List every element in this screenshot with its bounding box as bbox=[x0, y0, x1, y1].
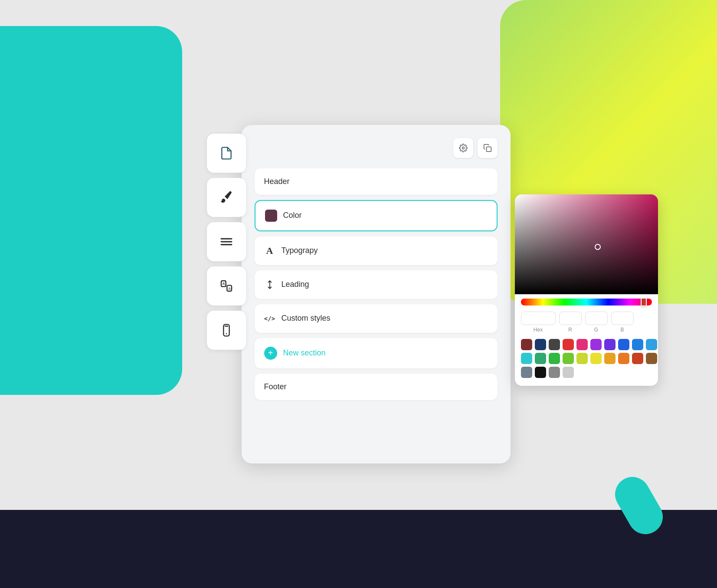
gear-icon bbox=[459, 144, 468, 152]
color-swatch-item[interactable] bbox=[646, 339, 657, 350]
r-label: R bbox=[568, 327, 572, 333]
copy-button[interactable] bbox=[478, 138, 498, 158]
color-swatch bbox=[265, 210, 277, 222]
leading-icon bbox=[265, 280, 275, 289]
color-gradient[interactable] bbox=[515, 194, 658, 294]
b-field: 70 B bbox=[611, 312, 634, 333]
custom-styles-label: Custom styles bbox=[282, 314, 331, 323]
teal-background bbox=[0, 26, 182, 395]
hex-input[interactable]: 5C3546 bbox=[521, 312, 556, 325]
sidebar-item-menu[interactable] bbox=[207, 222, 246, 261]
typography-icon: A bbox=[266, 245, 273, 256]
color-swatch-item[interactable] bbox=[604, 339, 616, 350]
main-container: A あ bbox=[207, 125, 511, 463]
b-label: B bbox=[620, 327, 624, 333]
color-picker-popup: 5C3546 Hex 92 R 53 G 70 B bbox=[515, 194, 658, 386]
svg-rect-11 bbox=[486, 147, 491, 151]
svg-point-10 bbox=[462, 147, 464, 149]
sidebar-item-brush[interactable] bbox=[207, 178, 246, 217]
custom-styles-section[interactable]: </> Custom styles bbox=[255, 304, 498, 333]
leading-section[interactable]: Leading bbox=[255, 270, 498, 299]
main-panel: Header Color A Typograpy Leading bbox=[242, 125, 511, 463]
brush-icon bbox=[219, 191, 233, 204]
hex-label: Hex bbox=[534, 327, 543, 333]
copy-icon bbox=[483, 144, 492, 152]
menu-icon bbox=[219, 235, 233, 249]
svg-point-8 bbox=[226, 333, 227, 334]
g-label: G bbox=[594, 327, 598, 333]
sidebar-item-translate[interactable]: A あ bbox=[207, 266, 246, 305]
hue-thumb bbox=[641, 298, 647, 306]
color-swatch-item[interactable] bbox=[590, 353, 602, 364]
typography-label: Typograpy bbox=[282, 246, 318, 255]
hue-slider[interactable] bbox=[521, 299, 652, 305]
color-swatch-item[interactable] bbox=[646, 353, 657, 364]
header-section[interactable]: Header bbox=[255, 168, 498, 195]
color-swatch-item[interactable] bbox=[618, 339, 629, 350]
plus-icon: + bbox=[264, 347, 277, 360]
leading-label: Leading bbox=[282, 280, 309, 289]
panel-toolbar bbox=[255, 138, 498, 158]
hex-field: 5C3546 Hex bbox=[521, 312, 556, 333]
r-input[interactable]: 92 bbox=[559, 312, 582, 325]
leading-icon-wrap bbox=[264, 279, 275, 290]
color-swatch-item[interactable] bbox=[549, 353, 560, 364]
color-swatch-item[interactable] bbox=[632, 339, 643, 350]
color-swatch-item[interactable] bbox=[521, 367, 532, 378]
color-swatch-item[interactable] bbox=[535, 367, 546, 378]
mobile-icon bbox=[219, 323, 233, 337]
swatches-grid bbox=[521, 339, 652, 378]
g-input[interactable]: 53 bbox=[585, 312, 608, 325]
color-swatch-item[interactable] bbox=[576, 353, 588, 364]
picker-values: 5C3546 Hex 92 R 53 G 70 B bbox=[521, 312, 652, 333]
color-swatch-item[interactable] bbox=[618, 353, 629, 364]
typography-icon-wrap: A bbox=[264, 245, 275, 256]
color-swatch-item[interactable] bbox=[632, 353, 643, 364]
color-swatch-item[interactable] bbox=[563, 339, 574, 350]
svg-text:A: A bbox=[222, 282, 225, 286]
color-swatch-item[interactable] bbox=[563, 367, 574, 378]
color-swatch-item[interactable] bbox=[535, 353, 546, 364]
color-section[interactable]: Color bbox=[255, 200, 498, 231]
sidebar: A あ bbox=[207, 125, 246, 350]
header-label: Header bbox=[264, 177, 290, 186]
color-swatch-item[interactable] bbox=[521, 353, 532, 364]
sidebar-item-mobile[interactable] bbox=[207, 311, 246, 350]
r-field: 92 R bbox=[559, 312, 582, 333]
color-swatch-item[interactable] bbox=[604, 353, 616, 364]
settings-button[interactable] bbox=[453, 138, 473, 158]
dark-bar bbox=[0, 510, 717, 588]
sidebar-item-document[interactable] bbox=[207, 134, 246, 173]
color-swatch-item[interactable] bbox=[549, 339, 560, 350]
footer-label: Footer bbox=[264, 382, 287, 391]
color-swatch-item[interactable] bbox=[590, 339, 602, 350]
color-swatch-item[interactable] bbox=[563, 353, 574, 364]
b-input[interactable]: 70 bbox=[611, 312, 634, 325]
g-field: 53 G bbox=[585, 312, 608, 333]
document-icon bbox=[219, 146, 233, 160]
new-section-label: New section bbox=[283, 348, 326, 358]
typography-section[interactable]: A Typograpy bbox=[255, 237, 498, 265]
custom-styles-icon-wrap: </> bbox=[264, 313, 275, 324]
new-section-button[interactable]: + New section bbox=[255, 338, 498, 368]
custom-styles-icon: </> bbox=[264, 315, 275, 322]
color-label: Color bbox=[283, 211, 302, 220]
translate-icon: A あ bbox=[219, 279, 233, 293]
footer-section[interactable]: Footer bbox=[255, 374, 498, 400]
svg-text:あ: あ bbox=[228, 287, 231, 290]
gradient-cursor bbox=[595, 244, 601, 250]
color-swatch-item[interactable] bbox=[549, 367, 560, 378]
color-swatch-item[interactable] bbox=[535, 339, 546, 350]
color-swatch-item[interactable] bbox=[521, 339, 532, 350]
color-swatch-item[interactable] bbox=[576, 339, 588, 350]
